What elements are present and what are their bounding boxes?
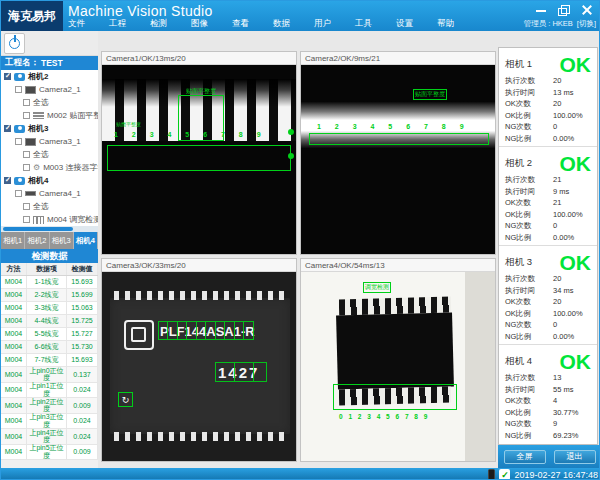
stat-value: 0.00%: [553, 233, 591, 245]
stat-label: OK次数: [505, 297, 553, 309]
close-icon[interactable]: [581, 4, 593, 15]
cell-item: 2-2线宽: [27, 289, 67, 301]
tree-item-select-all[interactable]: 全选: [1, 96, 98, 109]
minimize-icon[interactable]: [535, 4, 547, 15]
menu-item-user[interactable]: 用户: [314, 18, 331, 30]
menu-item-project[interactable]: 工程: [109, 18, 126, 30]
admin-label: 管理员 : HKEB: [524, 19, 573, 29]
menu-item-tools[interactable]: 工具: [355, 18, 372, 30]
admin-area: 管理员 : HKEB [切换]: [524, 19, 596, 29]
camera-tree: 相机2 Camera2_1 全选 M002 贴面平整度 相机3: [1, 70, 98, 226]
checkbox-checked[interactable]: [4, 125, 11, 132]
table-row: M004上pin0正位度0.137: [1, 367, 98, 383]
recycle-icon: ↻: [122, 395, 130, 405]
tree-item-camera3[interactable]: 相机3: [1, 122, 98, 135]
menu-item-help[interactable]: 帮助: [437, 18, 454, 30]
tree-item-select-all[interactable]: 全选: [1, 148, 98, 161]
stat-label: OK比例: [505, 210, 553, 222]
tab-camera4[interactable]: 相机4: [74, 232, 98, 249]
power-button[interactable]: [4, 33, 25, 54]
checkbox[interactable]: [23, 164, 30, 171]
anchor-dot: [288, 129, 294, 135]
anchor-dot: [288, 153, 294, 159]
camera-icon: [14, 177, 25, 185]
table-row: M0046-6线宽15.730: [1, 341, 98, 354]
menu-item-data[interactable]: 数据: [273, 18, 290, 30]
stat-label: NG次数: [505, 419, 553, 431]
checkbox-checked[interactable]: [4, 73, 11, 80]
checkbox[interactable]: [23, 203, 30, 210]
pin-numbers: 1 2 3 4 5 6 7 8 9: [317, 123, 464, 130]
device-icon: [488, 469, 495, 480]
menu-item-settings[interactable]: 设置: [396, 18, 413, 30]
stat-label: NG比例: [505, 431, 553, 443]
camera4-image: 调宽检测 0 1 2 3 4 5 6 7 8 9: [301, 272, 495, 461]
stat-value: 9 ms: [553, 187, 591, 199]
tree-item-select-all[interactable]: 全选: [1, 200, 98, 213]
table-row: M0047-7线宽15.693: [1, 354, 98, 367]
menu-item-inspect[interactable]: 检测: [150, 18, 167, 30]
inspection-region: [309, 133, 489, 145]
cell-value: 0.024: [67, 414, 98, 429]
tab-camera2[interactable]: 相机2: [25, 232, 49, 249]
camera1-view[interactable]: Camera1/OK/13ms/20 贴面平整度 贴面平整度 1 2 3 4 5…: [101, 51, 297, 255]
menu-item-view[interactable]: 查看: [232, 18, 249, 30]
cell-value: 0.009: [67, 398, 98, 413]
cell-item: 上pin1正位度: [27, 383, 67, 398]
stat-value: 9: [553, 419, 591, 431]
tree-item-camera2-1[interactable]: Camera2_1: [1, 83, 98, 96]
checkbox[interactable]: [23, 151, 30, 158]
checkbox[interactable]: [15, 190, 22, 197]
pin-numbers: 0 1 2 3 4 5 6 7 8 9: [339, 413, 427, 420]
stat-label: NG次数: [505, 221, 553, 233]
tree-label: 相机4: [28, 175, 48, 186]
status-badge: OK: [560, 351, 592, 372]
checkbox[interactable]: [23, 112, 30, 119]
camera3-view[interactable]: Camera3/OK/33ms/20 PLF144ASA1-R 1427 ↻: [101, 258, 297, 462]
stat-value: 0: [553, 221, 591, 233]
switch-user-link[interactable]: [切换]: [577, 19, 596, 29]
tree-label: Camera2_1: [39, 85, 81, 94]
camera2-view[interactable]: Camera2/OK/9ms/21 贴面平整度 1 2 3 4 5 6 7 8 …: [300, 51, 496, 255]
cell-value: 15.063: [67, 302, 98, 314]
tree-item-m004[interactable]: M004 调宽检测: [1, 213, 98, 226]
tree-item-camera2[interactable]: 相机2: [1, 70, 98, 83]
camera4-view[interactable]: Camera4/OK/54ms/13 调宽检测 0 1 2 3 4 5 6 7 …: [300, 258, 496, 462]
table-row: M004上pin4正位度0.024: [1, 429, 98, 445]
cell-value: 15.693: [67, 354, 98, 366]
stat-camera-name: 相机 2: [505, 157, 532, 170]
restore-icon[interactable]: [558, 4, 570, 15]
stat-value: 30.77%: [553, 408, 591, 420]
menu-item-file[interactable]: 文件: [68, 18, 85, 30]
checkbox[interactable]: [15, 86, 22, 93]
chip-body: [336, 312, 454, 389]
cell-method: M004: [1, 302, 27, 314]
tree-item-camera3-1[interactable]: Camera3_1: [1, 135, 98, 148]
menu-item-image[interactable]: 图像: [191, 18, 208, 30]
tree-item-camera4-1[interactable]: Camera4_1: [1, 187, 98, 200]
stat-camera-name: 相机 1: [505, 58, 532, 71]
status-check-icon: ✓: [499, 469, 510, 480]
tree-label: Camera4_1: [39, 189, 81, 198]
checkbox-checked[interactable]: [4, 177, 11, 184]
project-header: 工程名： TEST: [1, 56, 98, 70]
stat-label: 执行时间: [505, 286, 553, 298]
cell-item: 上pin3正位度: [27, 414, 67, 429]
tab-camera1[interactable]: 相机1: [1, 232, 25, 249]
checkbox[interactable]: [23, 99, 30, 106]
table-row: M0044-4线宽15.725: [1, 315, 98, 328]
fullscreen-button[interactable]: 全屏: [504, 450, 546, 464]
tree-item-m003[interactable]: ⚙ M003 连接器字符: [1, 161, 98, 174]
table-header: 方法 数据项 检测值: [1, 263, 98, 276]
cell-value: 15.730: [67, 341, 98, 353]
checkbox[interactable]: [23, 216, 30, 223]
footer-button-bar: 全屏 退出: [498, 445, 600, 468]
stat-label: OK比例: [505, 111, 553, 123]
stat-label: OK比例: [505, 408, 553, 420]
tree-item-m002[interactable]: M002 贴面平整度: [1, 109, 98, 122]
exit-button[interactable]: 退出: [554, 450, 596, 464]
checkbox[interactable]: [15, 138, 22, 145]
tab-camera3[interactable]: 相机3: [50, 232, 74, 249]
tree-item-camera4[interactable]: 相机4: [1, 174, 98, 187]
cell-method: M004: [1, 429, 27, 444]
